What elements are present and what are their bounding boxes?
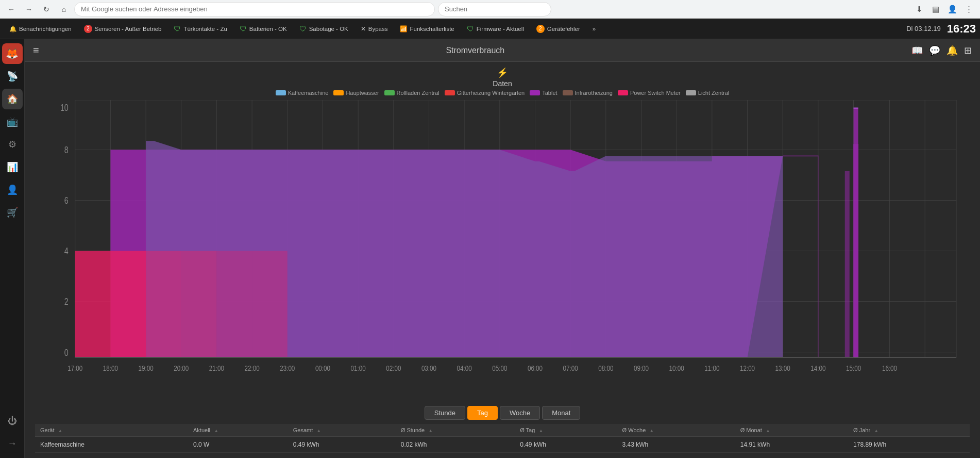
svg-text:03:00: 03:00	[421, 364, 436, 372]
sort-icon: ▲	[649, 428, 654, 433]
svg-text:04:00: 04:00	[457, 364, 472, 372]
time-button-woche[interactable]: Woche	[500, 406, 540, 420]
search-input[interactable]	[438, 2, 551, 17]
table-header-aktuell[interactable]: Aktuell ▲	[188, 424, 288, 437]
back-button[interactable]: ←	[4, 2, 19, 17]
svg-marker-48	[854, 108, 858, 357]
bypass-icon: ✕	[361, 25, 366, 32]
nav-batterien[interactable]: 🛡 Batterien - OK	[234, 23, 292, 35]
svg-marker-45	[181, 251, 217, 357]
sidebar-item-exit[interactable]: →	[2, 433, 23, 454]
legend-color	[686, 90, 696, 95]
tuerkontakte-icon: 🛡	[174, 25, 181, 33]
legend-color	[445, 90, 455, 95]
header-grid-icon[interactable]: ⊞	[964, 45, 972, 56]
batterien-icon: 🛡	[240, 25, 247, 33]
sort-icon: ▲	[538, 428, 543, 433]
sidebar-item-cameras[interactable]: 📺	[2, 111, 23, 132]
td-device[interactable]: Kaffeemaschine	[35, 437, 188, 453]
nav-more[interactable]: »	[587, 24, 601, 34]
svg-marker-47	[252, 251, 288, 357]
legend-label: Tablet	[542, 90, 557, 96]
table-header-avg-woche[interactable]: Ø Woche ▲	[617, 424, 735, 437]
table-row[interactable]: Kaffeemaschine 0.0 W 0.49 kWh 0.02 kWh 0…	[35, 437, 970, 453]
reload-button[interactable]: ↻	[39, 2, 54, 17]
nav-bypass-label: Bypass	[368, 26, 388, 32]
legend-color	[333, 90, 344, 95]
extensions-button[interactable]: ▤	[928, 2, 943, 17]
sidebar-item-users[interactable]: 👤	[2, 179, 23, 200]
svg-text:19:00: 19:00	[139, 364, 154, 372]
nav-sensors[interactable]: 2 Sensoren - Außer Betrieb	[79, 23, 167, 35]
download-button[interactable]: ⬇	[912, 2, 926, 17]
nav-notifications-label: Benachrichtigungen	[19, 26, 72, 32]
nav-funkschalterliste[interactable]: 📶 Funkschalterliste	[395, 23, 459, 35]
nav-sabotage[interactable]: 🛡 Sabotage - OK	[294, 23, 353, 35]
table-header-avg-tag[interactable]: Ø Tag ▲	[515, 424, 617, 437]
nav-bypass[interactable]: ✕ Bypass	[356, 23, 393, 35]
svg-text:22:00: 22:00	[245, 364, 260, 372]
sabotage-icon: 🛡	[299, 25, 307, 33]
sidebar: 🦊 📡 🏠 📺 ⚙ 📊 👤 🛒 ⏻ →	[0, 39, 25, 458]
header-bell-icon[interactable]: 🔔	[947, 45, 958, 56]
header-chat-icon[interactable]: 💬	[929, 45, 940, 56]
nav-notifications[interactable]: 🔔 Benachrichtigungen	[4, 23, 77, 35]
svg-text:16:00: 16:00	[882, 364, 897, 372]
table-header-avg-jahr[interactable]: Ø Jahr ▲	[848, 424, 970, 437]
home-button[interactable]: ⌂	[57, 2, 71, 17]
sidebar-power-icon: ⏻	[8, 416, 17, 427]
nav-tuerkontakte[interactable]: 🛡 Türkontakte - Zu	[168, 23, 232, 35]
forward-button[interactable]: →	[22, 2, 36, 17]
td-aktuell: 0.0 W	[188, 437, 288, 453]
table-header-gesamt[interactable]: Gesamt ▲	[288, 424, 396, 437]
sidebar-sensor-icon: 📡	[7, 71, 18, 82]
hamburger-button[interactable]: ≡	[33, 44, 39, 56]
svg-text:00:00: 00:00	[315, 364, 330, 372]
nav-firmware[interactable]: 🛡 Firmware - Aktuell	[462, 23, 529, 35]
sidebar-item-stats[interactable]: 📊	[2, 157, 23, 177]
legend-item: Rollladen Zentral	[384, 90, 440, 96]
profile-button[interactable]: 👤	[945, 2, 959, 17]
sidebar-item-sensors[interactable]: 📡	[2, 66, 23, 87]
table-header-avg-monat[interactable]: Ø Monat ▲	[735, 424, 848, 437]
legend-color	[384, 90, 395, 95]
sidebar-item-power[interactable]: ⏻	[2, 411, 23, 431]
chart-legend: KaffeemaschineHauptwasserRollladen Zentr…	[35, 90, 970, 96]
sort-icon: ▲	[428, 428, 433, 433]
svg-marker-46	[216, 251, 252, 357]
sidebar-item-shop[interactable]: 🛒	[2, 202, 23, 223]
time-button-tag[interactable]: Tag	[467, 406, 498, 420]
sidebar-item-home[interactable]: 🦊	[2, 43, 23, 64]
legend-item: Licht Zentral	[686, 90, 730, 96]
sidebar-shop-icon: 🛒	[7, 207, 18, 218]
sort-icon: ▲	[58, 428, 63, 433]
table-header-avg-stunde[interactable]: Ø Stunde ▲	[396, 424, 515, 437]
sidebar-item-settings[interactable]: ⚙	[2, 134, 23, 155]
chart-header: ⚡ Daten	[35, 67, 970, 88]
lightning-icon: ⚡	[497, 67, 508, 78]
sensors-badge: 2	[84, 25, 92, 33]
td-stunde: 0.02 kWh	[396, 437, 515, 453]
svg-text:14:00: 14:00	[810, 364, 825, 372]
table-header-gerät[interactable]: Gerät ▲	[35, 424, 188, 437]
sort-icon: ▲	[316, 428, 321, 433]
legend-item: Tablet	[530, 90, 557, 96]
sidebar-item-dashboard[interactable]: 🏠	[2, 89, 23, 109]
time-button-stunde[interactable]: Stunde	[425, 406, 465, 420]
nav-date: Di 03.12.19	[906, 25, 941, 32]
sort-icon: ▲	[766, 428, 770, 433]
svg-marker-43	[75, 251, 146, 357]
page-title: Stromverbrauch	[446, 46, 504, 55]
data-table: Gerät ▲Aktuell ▲Gesamt ▲Ø Stunde ▲Ø Tag …	[35, 424, 970, 453]
svg-text:02:00: 02:00	[386, 364, 401, 372]
svg-text:23:00: 23:00	[280, 364, 295, 372]
browser-icons: ⬇ ▤ 👤 ⋮	[912, 2, 976, 17]
browser-menu-button[interactable]: ⋮	[961, 2, 976, 17]
time-button-monat[interactable]: Monat	[542, 406, 580, 420]
header-book-icon[interactable]: 📖	[911, 45, 923, 56]
address-bar[interactable]	[74, 2, 435, 17]
nav-geratefehler[interactable]: 2 Gerätefehler	[531, 23, 585, 35]
legend-item: Infrarotheizung	[563, 90, 613, 96]
svg-text:01:00: 01:00	[351, 364, 366, 372]
sidebar-camera-icon: 📺	[7, 116, 18, 127]
